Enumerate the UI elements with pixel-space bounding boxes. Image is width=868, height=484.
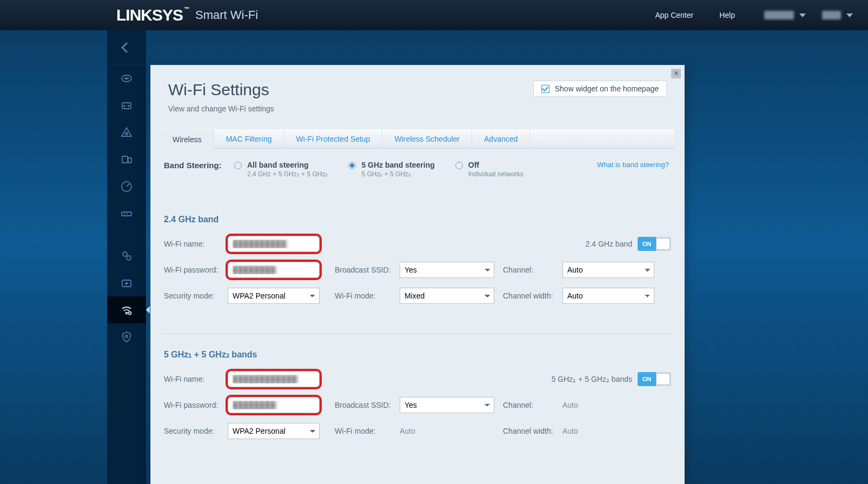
toggle-label-24: 2.4 GHz band	[586, 240, 632, 248]
svg-point-4	[125, 132, 128, 135]
tab-mac-filtering[interactable]: MAC Filtering	[214, 129, 284, 148]
band-steering-help-link[interactable]: What is band steering?	[597, 161, 672, 169]
parental-icon	[120, 126, 133, 139]
label-channel-width: Channel width:	[503, 291, 562, 300]
tabbar: Wireless MAC Filtering Wi-Fi Protected S…	[161, 129, 674, 149]
radio-icon	[455, 162, 463, 169]
option-title: Off	[468, 161, 524, 169]
tab-wps[interactable]: Wi-Fi Protected Setup	[284, 129, 382, 148]
account-dropdown-2[interactable]	[822, 11, 853, 19]
chevron-down-icon	[799, 14, 806, 17]
svg-point-10	[127, 256, 131, 260]
show-widget-checkbox[interactable]: Show widget on the homepage	[533, 81, 667, 97]
toggle-5ghz[interactable]: ON	[638, 372, 671, 386]
chevron-left-icon	[121, 42, 132, 53]
svg-rect-6	[128, 158, 131, 163]
svg-point-2	[124, 105, 125, 107]
band-steering-label: Band Steering:	[164, 161, 234, 170]
band-steering-option-all[interactable]: All band steering 2.4 GHz + 5 GHz₁ + 5 G…	[234, 161, 328, 178]
section-title-5ghz: 5 GHz₁ + 5 GHz₂ bands	[164, 349, 671, 360]
select-broadcast-ssid-5[interactable]: Yes	[400, 397, 494, 413]
nav-app-center[interactable]: App Center	[655, 11, 693, 19]
label-broadcast-ssid: Broadcast SSID:	[335, 266, 400, 274]
chevron-down-icon	[846, 14, 853, 17]
show-widget-label: Show widget on the homepage	[555, 84, 659, 93]
label-wifi-password: Wi-Fi password:	[164, 266, 228, 274]
sidebar-item-speedtest[interactable]	[107, 173, 146, 200]
toggle-on-label: ON	[638, 372, 656, 386]
option-title: All band steering	[247, 161, 328, 169]
devices-icon	[120, 99, 133, 112]
dashboard-icon	[120, 72, 133, 85]
label-wifi-password: Wi-Fi password:	[164, 401, 228, 409]
sidebar-item-parental[interactable]	[107, 119, 146, 146]
band-steering-option-off[interactable]: Off Individual networks	[455, 161, 524, 178]
sidebar-item-connectivity[interactable]	[107, 242, 146, 269]
sidebar-item-devices[interactable]	[107, 92, 146, 119]
label-security-mode: Security mode:	[164, 291, 228, 300]
gears-icon	[120, 249, 133, 262]
input-wifi-name-5[interactable]	[228, 371, 320, 387]
tab-advanced[interactable]: Advanced	[472, 129, 530, 148]
sidebar-collapse[interactable]	[107, 30, 146, 65]
main-panel: ✕ Wi-Fi Settings View and change Wi-Fi s…	[150, 65, 685, 484]
select-security-mode-5[interactable]: WPA2 Personal	[228, 423, 320, 439]
toggle-label-5: 5 GHz₁ + 5 GHz₂ bands	[552, 375, 632, 383]
toggle-24ghz[interactable]: ON	[638, 237, 671, 251]
svg-rect-5	[122, 156, 128, 163]
value-channel-width-5: Auto	[562, 427, 578, 435]
svg-point-13	[129, 312, 131, 315]
band-steering-option-5ghz[interactable]: 5 GHz band steering 5 GHz₁ + 5 GHz₂	[348, 161, 434, 178]
wifi-settings-icon	[120, 303, 133, 316]
radio-icon	[234, 162, 242, 169]
tab-wireless[interactable]: Wireless	[161, 130, 214, 149]
section-5ghz: 5 GHz₁ + 5 GHz₂ bands Wi-Fi name: 5 GHz₁…	[161, 334, 674, 465]
firstaid-icon	[120, 276, 133, 289]
sidebar-item-storage[interactable]	[107, 200, 146, 227]
sidebar-item-troubleshoot[interactable]	[107, 269, 146, 296]
label-channel-width: Channel width:	[503, 427, 562, 435]
select-broadcast-ssid-24[interactable]: Yes	[400, 262, 494, 278]
label-broadcast-ssid: Broadcast SSID:	[335, 401, 400, 409]
media-icon	[120, 153, 133, 166]
select-channel-width-24[interactable]: Auto	[562, 288, 654, 304]
close-icon: ✕	[673, 69, 679, 77]
label-wifi-mode: Wi-Fi mode:	[335, 291, 400, 300]
usb-icon	[120, 207, 133, 220]
sidebar-item-media[interactable]	[107, 146, 146, 173]
sidebar-item-wifi[interactable]	[107, 296, 146, 323]
sidebar-item-security[interactable]	[107, 323, 146, 350]
input-wifi-password-24[interactable]	[228, 262, 320, 278]
sidebar	[107, 30, 146, 484]
sidebar-item-dashboard[interactable]	[107, 65, 146, 92]
option-sub: 2.4 GHz + 5 GHz₁ + 5 GHz₂	[247, 170, 328, 178]
brand-logo: LINKSYS™	[116, 6, 189, 24]
page-title: Wi-Fi Settings	[168, 81, 274, 99]
section-title-24ghz: 2.4 GHz band	[164, 215, 671, 224]
band-steering-row: Band Steering: All band steering 2.4 GHz…	[161, 149, 674, 183]
section-24ghz: 2.4 GHz band Wi-Fi name: 2.4 GHz band ON…	[161, 200, 674, 329]
svg-point-3	[128, 105, 129, 107]
input-wifi-name-24[interactable]	[228, 236, 320, 252]
radio-checked-icon	[348, 162, 356, 169]
input-wifi-password-5[interactable]	[228, 397, 320, 413]
close-button[interactable]: ✕	[671, 69, 681, 78]
select-wifi-mode-24[interactable]: Mixed	[400, 288, 494, 304]
topbar: LINKSYS™ Smart Wi-Fi App Center Help	[0, 0, 868, 30]
tab-scheduler[interactable]: Wireless Scheduler	[382, 129, 472, 148]
brand-subtitle: Smart Wi-Fi	[195, 8, 258, 22]
option-sub: Individual networks	[468, 170, 524, 178]
select-security-mode-24[interactable]: WPA2 Personal	[228, 288, 320, 304]
value-wifi-mode-5: Auto	[400, 427, 415, 435]
select-channel-24[interactable]: Auto	[562, 262, 654, 278]
checkbox-checked-icon	[541, 85, 549, 93]
label-wifi-mode: Wi-Fi mode:	[335, 427, 400, 435]
page-subtitle: View and change Wi-Fi settings	[168, 104, 274, 113]
svg-point-12	[126, 313, 128, 314]
label-channel: Channel:	[503, 266, 562, 274]
value-channel-5: Auto	[562, 401, 578, 409]
account-name-redacted	[822, 11, 841, 19]
account-dropdown-1[interactable]	[764, 11, 806, 19]
svg-point-14	[125, 335, 128, 337]
nav-help[interactable]: Help	[719, 11, 735, 19]
